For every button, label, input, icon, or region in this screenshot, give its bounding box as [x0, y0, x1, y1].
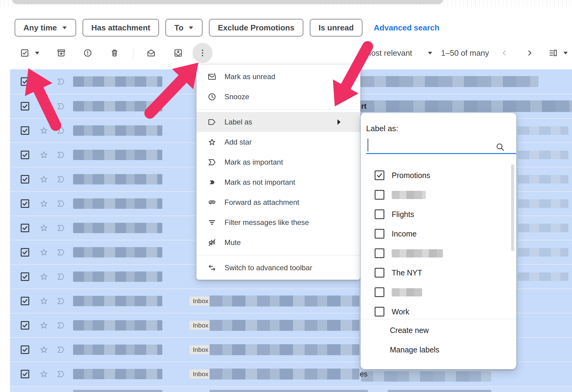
- importance-marker-icon[interactable]: [56, 272, 65, 281]
- row-checkbox-checked[interactable]: [21, 77, 29, 86]
- label-checkbox-list: PromotionsFlightsIncomeThe NYTWork: [361, 162, 516, 319]
- label-list-scrollbar[interactable]: [511, 164, 514, 251]
- star-icon[interactable]: [39, 174, 49, 184]
- row-checkbox-checked[interactable]: [21, 199, 29, 208]
- importance-marker-icon[interactable]: [56, 223, 65, 233]
- move-to-button[interactable]: [174, 48, 183, 58]
- row-checkbox-checked[interactable]: [21, 126, 29, 135]
- row-checkbox-checked[interactable]: [21, 224, 29, 232]
- star-icon[interactable]: [39, 369, 49, 379]
- previous-page-button[interactable]: [500, 49, 509, 57]
- checkbox-unchecked-icon[interactable]: [375, 248, 384, 258]
- star-icon[interactable]: [39, 272, 49, 282]
- next-page-button[interactable]: [525, 49, 534, 57]
- star-icon[interactable]: [39, 320, 49, 330]
- importance-marker-icon[interactable]: [56, 369, 65, 379]
- row-checkbox-checked[interactable]: [21, 321, 29, 330]
- manage-labels-button[interactable]: Manage labels: [390, 345, 440, 354]
- star-icon[interactable]: [39, 77, 49, 86]
- menu-item-add-star[interactable]: Add star: [196, 132, 360, 152]
- not-important-icon: [207, 178, 217, 187]
- create-new-label-button[interactable]: Create new: [390, 326, 429, 335]
- row-checkbox-checked[interactable]: [21, 248, 29, 257]
- importance-marker-icon[interactable]: [56, 199, 65, 208]
- sort-selector[interactable]: Most relevant: [365, 48, 412, 58]
- star-icon[interactable]: [39, 199, 49, 208]
- checkbox-unchecked-icon[interactable]: [375, 209, 384, 219]
- checkbox-unchecked-icon[interactable]: [375, 287, 384, 297]
- split-pane-button[interactable]: [549, 48, 558, 58]
- label-option-the-nyt[interactable]: The NYT: [361, 263, 516, 282]
- star-icon[interactable]: [39, 345, 49, 355]
- menu-item-label: Snooze: [224, 93, 249, 101]
- importance-marker-icon[interactable]: [56, 150, 65, 159]
- checkbox-unchecked-icon[interactable]: [375, 268, 384, 278]
- label-option-redacted-1[interactable]: [361, 185, 516, 205]
- star-icon[interactable]: [39, 101, 49, 111]
- importance-marker-icon[interactable]: [56, 175, 65, 184]
- menu-item-mark-as-not-important[interactable]: Mark as not important: [196, 172, 360, 192]
- select-all-checkbox[interactable]: [20, 48, 29, 58]
- label-option-income[interactable]: Income: [361, 224, 516, 243]
- split-pane-caret[interactable]: [563, 51, 568, 55]
- menu-item-mark-as-important[interactable]: Mark as important: [196, 152, 360, 172]
- label-option-redacted-4[interactable]: [361, 243, 516, 263]
- report-spam-button[interactable]: [83, 48, 92, 58]
- chevron-down-icon: [188, 26, 194, 30]
- row-checkbox-checked[interactable]: [21, 272, 29, 281]
- label-search-input[interactable]: [366, 137, 516, 154]
- menu-item-mute[interactable]: Mute: [196, 233, 360, 253]
- advanced-search-link[interactable]: Advanced search: [374, 23, 439, 33]
- add-star-icon: [207, 138, 217, 147]
- filter-chip-any-time[interactable]: Any time: [15, 19, 76, 37]
- row-checkbox-checked[interactable]: [21, 297, 29, 305]
- sort-caret[interactable]: [427, 51, 433, 55]
- checkbox-unchecked-icon[interactable]: [375, 229, 384, 239]
- redacted-sender-bar: [73, 76, 162, 87]
- delete-button[interactable]: [110, 48, 119, 58]
- menu-item-mark-as-unread[interactable]: Mark as unread: [196, 67, 360, 87]
- importance-marker-icon[interactable]: [56, 102, 65, 111]
- checkbox-unchecked-icon[interactable]: [375, 190, 384, 200]
- menu-item-label: Forward as attachment: [224, 198, 299, 207]
- row-checkbox-checked[interactable]: [21, 370, 29, 378]
- importance-marker-icon[interactable]: [56, 248, 65, 257]
- star-icon[interactable]: [39, 223, 49, 233]
- importance-marker-icon[interactable]: [56, 321, 65, 330]
- label-option-redacted-6[interactable]: [361, 282, 516, 302]
- menu-item-forward-as-attachment[interactable]: Forward as attachment: [196, 192, 360, 212]
- star-icon[interactable]: [39, 296, 49, 306]
- filter-chip-is-unread[interactable]: Is unread: [310, 19, 363, 37]
- filter-chip-has-attachment[interactable]: Has attachment: [83, 19, 159, 37]
- checkbox-unchecked-icon[interactable]: [375, 307, 384, 317]
- menu-item-label-as[interactable]: Label as: [196, 112, 360, 132]
- label-option-promotions[interactable]: Promotions: [361, 166, 516, 185]
- checkbox-checked-icon[interactable]: [375, 170, 384, 180]
- row-checkbox-checked[interactable]: [21, 102, 29, 110]
- redacted-snippet-bar: [518, 175, 568, 184]
- select-all-caret[interactable]: [34, 51, 40, 55]
- filter-chip-to[interactable]: To: [165, 19, 203, 37]
- mark-as-read-button[interactable]: [147, 48, 156, 58]
- row-checkbox-checked[interactable]: [21, 345, 29, 354]
- importance-marker-icon[interactable]: [56, 345, 65, 354]
- filter-chip-exclude-promotions[interactable]: Exclude Promotions: [209, 19, 303, 37]
- row-checkbox-checked[interactable]: [21, 151, 29, 159]
- menu-item-switch-to-advanced-toolbar[interactable]: Switch to advanced toolbar: [196, 258, 360, 278]
- archive-button[interactable]: [57, 48, 66, 58]
- redacted-snippet-bar: [518, 248, 568, 257]
- menu-item-snooze[interactable]: Snooze: [196, 87, 360, 107]
- importance-marker-icon[interactable]: [56, 126, 65, 135]
- text-fragment: rt: [361, 102, 366, 110]
- label-option-flights[interactable]: Flights: [361, 205, 516, 224]
- delete-icon: [110, 48, 119, 58]
- star-icon[interactable]: [39, 126, 49, 135]
- star-icon[interactable]: [39, 247, 49, 257]
- menu-item-filter-messages-like-these[interactable]: Filter messages like these: [196, 212, 360, 233]
- star-icon[interactable]: [39, 150, 49, 160]
- importance-marker-icon[interactable]: [56, 77, 65, 86]
- importance-marker-icon[interactable]: [56, 296, 65, 306]
- label-option-work[interactable]: Work: [361, 302, 516, 319]
- row-checkbox-checked[interactable]: [21, 175, 29, 184]
- more-options-button[interactable]: [198, 48, 207, 58]
